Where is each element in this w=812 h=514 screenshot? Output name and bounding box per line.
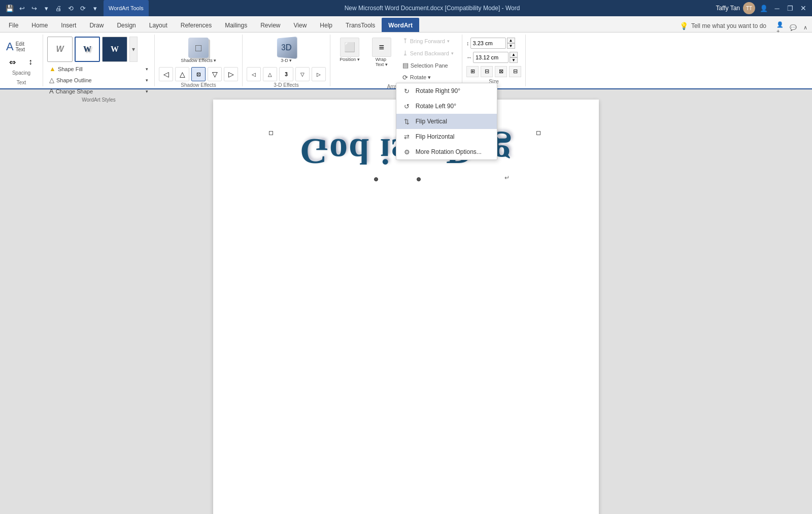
bring-forward-button[interactable]: ⤒ Bring Forward ▾ (399, 36, 457, 46)
shadow-nudge-down[interactable]: ▽ (208, 67, 222, 81)
align-button-3[interactable]: ⊠ (495, 66, 507, 77)
width-spinner: ▲ ▼ (510, 52, 518, 63)
height-input[interactable] (470, 38, 506, 49)
edit-text-button[interactable]: A EditText (4, 39, 39, 54)
tab-wordart[interactable]: WordArt (382, 18, 419, 32)
height-icon: ↕ (466, 40, 469, 46)
tab-help[interactable]: Help (313, 18, 339, 32)
tab-draw[interactable]: Draw (83, 18, 110, 32)
tab-file[interactable]: File (2, 18, 25, 32)
more-rotation-label: More Rotation Options... (416, 148, 482, 155)
rotate-icon: ⟳ (402, 74, 408, 81)
send-backward-arrow: ▾ (451, 51, 454, 56)
switch-account-button[interactable]: 👤 (759, 4, 768, 13)
position-label: Position ▾ (340, 57, 360, 62)
3d-tilt-down[interactable]: ▽ (295, 67, 310, 81)
align-button-1[interactable]: ⊞ (466, 66, 479, 77)
align-button-4[interactable]: ⊟ (509, 66, 521, 77)
wordart-style-3[interactable]: W (102, 37, 127, 62)
undo2-button[interactable]: ⟲ (65, 3, 76, 14)
customize-qat-button[interactable]: ▾ (41, 3, 52, 14)
tab-design[interactable]: Design (110, 18, 142, 32)
tab-view[interactable]: View (287, 18, 314, 32)
tab-transtools[interactable]: TransTools (339, 18, 382, 32)
tab-layout[interactable]: Layout (143, 18, 174, 32)
3d-tilt-up[interactable]: △ (263, 67, 277, 81)
text-group-content: A EditText ⇔ ↕ Spacing (4, 36, 39, 79)
3d-tilt-right[interactable]: ▷ (312, 67, 326, 81)
shape-fill-icon: ▲ (49, 65, 56, 73)
selection-dot-2 (417, 177, 421, 181)
title-bar: 💾 ↩ ↪ ▾ 🖨 ⟲ ⟳ ▾ WordArt Tools New Micros… (0, 0, 812, 16)
collapse-ribbon-button[interactable]: ∧ (801, 23, 810, 32)
3d-effects-button[interactable]: 3D 3-D ▾ (272, 36, 300, 65)
tab-home[interactable]: Home (25, 18, 54, 32)
close-button[interactable]: ✕ (799, 4, 808, 13)
width-input[interactable] (473, 52, 509, 63)
rotate-button[interactable]: ⟳ Rotate ▾ ↻ Rotate Right 90° ↺ Rotate L… (399, 72, 457, 83)
rotate-right-90-item[interactable]: ↻ Rotate Right 90° (396, 83, 497, 99)
wrap-text-button[interactable]: ≡ WrapText ▾ (368, 36, 395, 69)
width-spin-up[interactable]: ▲ (510, 52, 518, 57)
redo2-button[interactable]: ⟳ (77, 3, 88, 14)
search-tab[interactable]: 💡 Tell me what you want to do (673, 20, 772, 32)
shadow-tools-row: ◁ △ ⊡ ▽ ▷ (159, 67, 238, 81)
print-button[interactable]: 🖨 (53, 3, 64, 14)
gallery-scroll-btn[interactable]: ▾ (129, 37, 138, 62)
restore-button[interactable]: ❐ (786, 4, 795, 13)
flip-horizontal-label: Flip Horizontal (416, 133, 455, 140)
wordart-style-2[interactable]: W (75, 37, 100, 62)
redo-button[interactable]: ↪ (28, 3, 40, 14)
selection-pane-button[interactable]: ▤ Selection Pane (399, 60, 457, 71)
position-button[interactable]: ⬜ Position ▾ (335, 36, 364, 64)
flip-horizontal-icon: ⇄ (402, 132, 412, 141)
wrap-text-label: WrapText ▾ (376, 57, 388, 67)
wordart-style-1[interactable]: W (47, 37, 73, 62)
user-area: Taffy Tan TT (716, 2, 755, 14)
send-backward-button[interactable]: ⤓ Send Backward ▾ (399, 48, 457, 58)
rotate-dropdown: ↻ Rotate Right 90° ↺ Rotate Left 90° ⇅ F… (396, 83, 497, 160)
share-button[interactable]: 👤+ (776, 23, 786, 32)
spacing-button[interactable]: ⇔ (4, 55, 20, 69)
text-direction-button[interactable]: ↕ (22, 55, 39, 69)
save-button[interactable]: 💾 (4, 3, 15, 14)
align-button-2[interactable]: ⊟ (481, 66, 493, 77)
flip-horizontal-item[interactable]: ⇄ Flip Horizontal (396, 129, 497, 144)
more-qat-button[interactable]: ▾ (89, 3, 100, 14)
height-spin-up[interactable]: ▲ (507, 38, 515, 43)
send-backward-icon: ⤓ (402, 49, 408, 57)
shadow-effects-button[interactable]: □ Shadow Effects ▾ (179, 36, 218, 65)
text-direction-icon: ↕ (28, 57, 32, 67)
shadow-nudge-right[interactable]: ▷ (224, 67, 238, 81)
tab-insert[interactable]: Insert (54, 18, 83, 32)
more-rotation-item[interactable]: ⚙ More Rotation Options... (396, 144, 497, 159)
shadow-toggle-button[interactable]: ⊡ (191, 67, 206, 81)
shape-items: ▲ Shape Fill ▾ △ Shape Outline ▾ A Chang… (47, 64, 150, 96)
shadow-nudge-up[interactable]: △ (175, 67, 189, 81)
wordart-gallery: W W W ▾ (47, 37, 138, 62)
width-spin-down[interactable]: ▼ (510, 57, 518, 63)
undo-button[interactable]: ↩ (16, 3, 27, 14)
shape-fill-label: Shape Fill (58, 66, 83, 72)
rotate-left-label: Rotate Left 90° (416, 103, 456, 110)
height-spin-down[interactable]: ▼ (507, 43, 515, 49)
minimize-button[interactable]: ─ (772, 4, 782, 13)
resize-handle[interactable]: ↵ (504, 174, 510, 181)
ribbon-tabs: File Home Insert Draw Design Layout Refe… (0, 16, 812, 33)
tab-review[interactable]: Review (254, 18, 287, 32)
ribbon: File Home Insert Draw Design Layout Refe… (0, 16, 812, 89)
flip-vertical-item[interactable]: ⇅ Flip Vertical (396, 114, 497, 129)
shape-fill-button[interactable]: ▲ Shape Fill ▾ (47, 64, 150, 74)
3d-tilt-left[interactable]: ◁ (247, 67, 261, 81)
comments-button[interactable]: 💬 (789, 23, 798, 32)
tab-mailings[interactable]: Mailings (218, 18, 254, 32)
shape-outline-button[interactable]: △ Shape Outline ▾ (47, 75, 150, 85)
3d-toggle[interactable]: 3 (279, 67, 293, 81)
tab-references[interactable]: References (174, 18, 218, 32)
width-icon: ↔ (466, 54, 472, 60)
edit-text-label: EditText (16, 41, 25, 52)
change-shape-button[interactable]: A Change Shape ▾ (47, 86, 150, 96)
ribbon-group-text: A EditText ⇔ ↕ Spacing Text (0, 35, 43, 86)
shadow-nudge-left[interactable]: ◁ (159, 67, 173, 81)
rotate-left-90-item[interactable]: ↺ Rotate Left 90° (396, 99, 497, 114)
